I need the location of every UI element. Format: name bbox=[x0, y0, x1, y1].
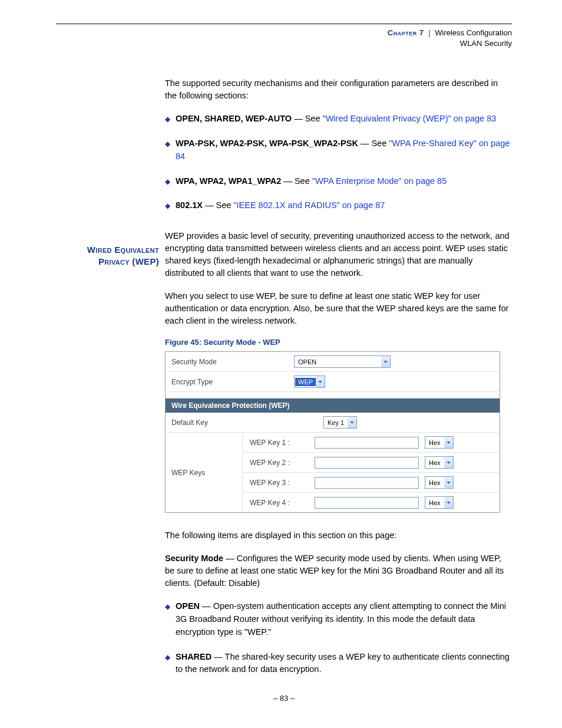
chevron-down-icon bbox=[444, 477, 453, 488]
wep-config-figure: Security Mode OPEN Encrypt Type WEP Wire… bbox=[165, 351, 500, 513]
wep-key-input[interactable] bbox=[315, 497, 419, 509]
term-bold: Security Mode bbox=[165, 554, 223, 563]
wep-key-input[interactable] bbox=[315, 437, 419, 449]
item-bold: WPA-PSK, WPA2-PSK, WPA-PSK_WPA2-PSK bbox=[176, 139, 358, 148]
xref-link[interactable]: "IEEE 802.1X and RADIUS" on page 87 bbox=[233, 200, 385, 210]
item-bold: OPEN, SHARED, WEP-AUTO bbox=[176, 114, 292, 123]
list-item: 802.1X — See "IEEE 802.1X and RADIUS" on… bbox=[176, 199, 512, 212]
list-item: OPEN, SHARED, WEP-AUTO — See "Wired Equi… bbox=[176, 113, 512, 126]
chevron-down-icon bbox=[381, 356, 390, 367]
chevron-down-icon bbox=[444, 437, 453, 448]
item-bold: WPA, WPA2, WPA1_WPA2 bbox=[176, 176, 281, 186]
wep-paragraph-1: WEP provides a basic level of security, … bbox=[165, 230, 512, 279]
svg-marker-0 bbox=[384, 361, 388, 363]
security-mode-label: Security Mode bbox=[166, 354, 289, 370]
xref-link[interactable]: "WPA Enterprise Mode" on page 85 bbox=[312, 176, 447, 186]
wep-key-input[interactable] bbox=[315, 477, 419, 489]
header-separator: | bbox=[428, 28, 430, 37]
list-item: SHARED — The shared-key security uses a … bbox=[176, 651, 512, 677]
svg-marker-3 bbox=[447, 442, 451, 444]
wep-key-type-select[interactable]: Hex bbox=[425, 436, 454, 449]
page-number: – 83 – bbox=[56, 694, 512, 703]
wep-key-label: WEP Key 4 : bbox=[246, 499, 309, 507]
security-mode-select[interactable]: OPEN bbox=[294, 355, 391, 368]
page-header: Chapter 7 | Wireless Configuration WLAN … bbox=[56, 28, 512, 49]
wep-section-bar: Wire Equivalence Protection (WEP) bbox=[166, 398, 500, 413]
default-key-select[interactable]: Key 1 bbox=[323, 416, 357, 429]
wep-key-type-select[interactable]: Hex bbox=[425, 496, 454, 509]
post-figure-intro: The following items are displayed in thi… bbox=[165, 529, 512, 542]
svg-marker-1 bbox=[318, 381, 322, 383]
wep-key-row: WEP Key 2 : Hex bbox=[243, 453, 500, 473]
list-item: WPA, WPA2, WPA1_WPA2 — See "WPA Enterpri… bbox=[176, 175, 512, 188]
encrypt-type-label: Encrypt Type bbox=[166, 374, 289, 390]
wep-key-row: WEP Key 3 : Hex bbox=[243, 473, 500, 493]
security-mechanisms-list: OPEN, SHARED, WEP-AUTO — See "Wired Equi… bbox=[165, 113, 512, 212]
chevron-down-icon bbox=[348, 417, 356, 428]
item-bold: SHARED bbox=[176, 652, 211, 661]
svg-marker-2 bbox=[350, 421, 354, 424]
wep-key-type-select[interactable]: Hex bbox=[425, 476, 454, 489]
wep-key-row: WEP Key 1 : Hex bbox=[243, 433, 500, 453]
intro-paragraph: The supported security mechanisms and th… bbox=[165, 77, 512, 102]
svg-marker-5 bbox=[447, 482, 451, 484]
list-item: OPEN — Open-system authentication accept… bbox=[176, 600, 512, 638]
wep-key-label: WEP Key 2 : bbox=[246, 459, 309, 467]
wep-key-label: WEP Key 1 : bbox=[246, 439, 309, 447]
security-mode-description: Security Mode — Configures the WEP secur… bbox=[165, 552, 512, 589]
wep-key-type-select[interactable]: Hex bbox=[425, 456, 454, 469]
header-subtitle: WLAN Security bbox=[460, 39, 512, 48]
header-title: Wireless Configuration bbox=[435, 28, 512, 37]
chevron-down-icon bbox=[316, 376, 325, 387]
wep-paragraph-2: When you select to use WEP, be sure to d… bbox=[165, 290, 512, 327]
xref-link[interactable]: "Wired Equivalent Privacy (WEP)" on page… bbox=[323, 114, 497, 123]
chevron-down-icon bbox=[444, 497, 453, 508]
svg-marker-4 bbox=[447, 462, 451, 464]
chevron-down-icon bbox=[444, 457, 453, 468]
section-margin-title: Wired Equivalent Privacy (WEP) bbox=[56, 244, 159, 268]
figure-caption: Figure 45: Security Mode - WEP bbox=[165, 338, 512, 347]
wep-key-input[interactable] bbox=[315, 457, 419, 469]
list-item: WPA-PSK, WPA2-PSK, WPA-PSK_WPA2-PSK — Se… bbox=[176, 137, 512, 163]
default-key-label: Default Key bbox=[166, 415, 319, 430]
wep-keys-label: WEP Keys bbox=[166, 433, 243, 512]
chapter-label: Chapter 7 bbox=[388, 28, 424, 37]
wep-key-row: WEP Key 4 : Hex bbox=[243, 493, 500, 512]
item-bold: OPEN bbox=[176, 601, 200, 611]
encrypt-type-select[interactable]: WEP bbox=[294, 375, 325, 388]
mode-options-list: OPEN — Open-system authentication accept… bbox=[165, 600, 512, 676]
wep-key-label: WEP Key 3 : bbox=[246, 479, 309, 487]
item-bold: 802.1X bbox=[176, 200, 203, 210]
svg-marker-6 bbox=[447, 502, 451, 504]
